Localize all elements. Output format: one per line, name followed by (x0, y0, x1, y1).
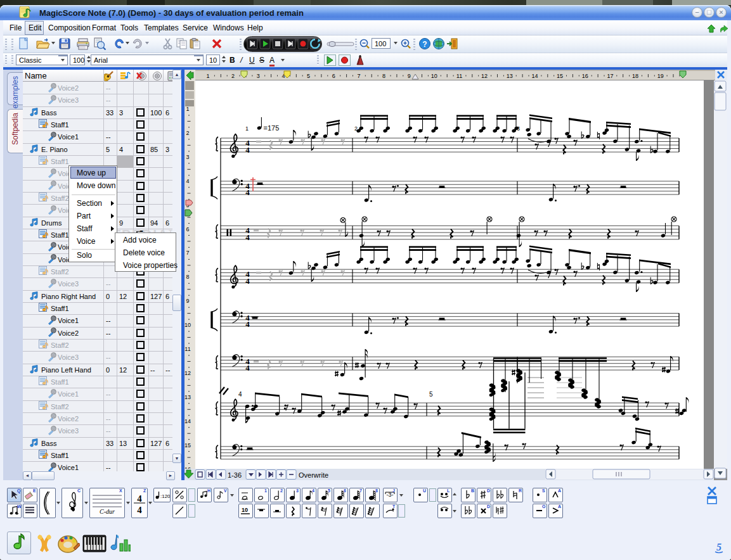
svg-text:7: 7 (186, 250, 189, 256)
svg-text:3: 3 (257, 73, 260, 79)
svg-text:4: 4 (137, 505, 142, 515)
svg-text:18: 18 (632, 73, 638, 79)
svg-text:5: 5 (429, 391, 433, 398)
svg-text:15: 15 (184, 442, 191, 449)
svg-text:4: 4 (186, 178, 189, 184)
svg-text:14: 14 (184, 418, 191, 424)
svg-text:4: 4 (245, 232, 250, 242)
svg-text:16: 16 (582, 73, 588, 79)
svg-text:2: 2 (186, 130, 189, 136)
svg-text:1-36: 1-36 (228, 471, 242, 479)
svg-text:=175: =175 (264, 124, 280, 132)
svg-text:5: 5 (307, 73, 310, 79)
svg-text:13: 13 (184, 394, 191, 400)
svg-text:7: 7 (357, 73, 360, 79)
svg-text:9: 9 (408, 73, 411, 79)
svg-text:8: 8 (382, 73, 385, 79)
svg-text:11: 11 (184, 346, 190, 352)
svg-text:4: 4 (137, 493, 142, 504)
svg-text:8: 8 (186, 274, 189, 280)
svg-text:6: 6 (186, 226, 189, 232)
svg-text:12: 12 (184, 370, 191, 376)
svg-text:5: 5 (716, 542, 721, 552)
svg-text:15: 15 (557, 73, 563, 79)
svg-text:4: 4 (245, 188, 250, 197)
svg-text:6: 6 (332, 73, 335, 79)
svg-text:10: 10 (242, 507, 248, 513)
svg-text:12: 12 (481, 73, 488, 79)
svg-text:4: 4 (245, 319, 250, 329)
svg-text:19: 19 (657, 73, 664, 79)
svg-text:1: 1 (206, 73, 209, 79)
svg-text:Overwrite: Overwrite (299, 471, 328, 479)
svg-text::120: :120 (160, 493, 170, 499)
svg-text:4: 4 (245, 276, 250, 286)
svg-text:4: 4 (245, 145, 250, 155)
svg-text:14: 14 (531, 73, 538, 79)
svg-text:17: 17 (607, 73, 613, 79)
svg-text:1: 1 (186, 106, 189, 112)
svg-text:1: 1 (245, 125, 249, 132)
svg-text:10: 10 (431, 73, 437, 79)
svg-text:?: ? (422, 40, 427, 49)
svg-text:11: 11 (456, 73, 462, 79)
svg-text:3: 3 (186, 154, 189, 160)
svg-text:4: 4 (238, 391, 242, 398)
svg-text:2: 2 (231, 73, 235, 79)
svg-text:4: 4 (245, 363, 250, 372)
svg-text:13: 13 (507, 73, 513, 79)
svg-text:C-dur: C-dur (100, 508, 115, 515)
svg-text:10: 10 (184, 322, 191, 328)
svg-text:9: 9 (186, 298, 189, 304)
